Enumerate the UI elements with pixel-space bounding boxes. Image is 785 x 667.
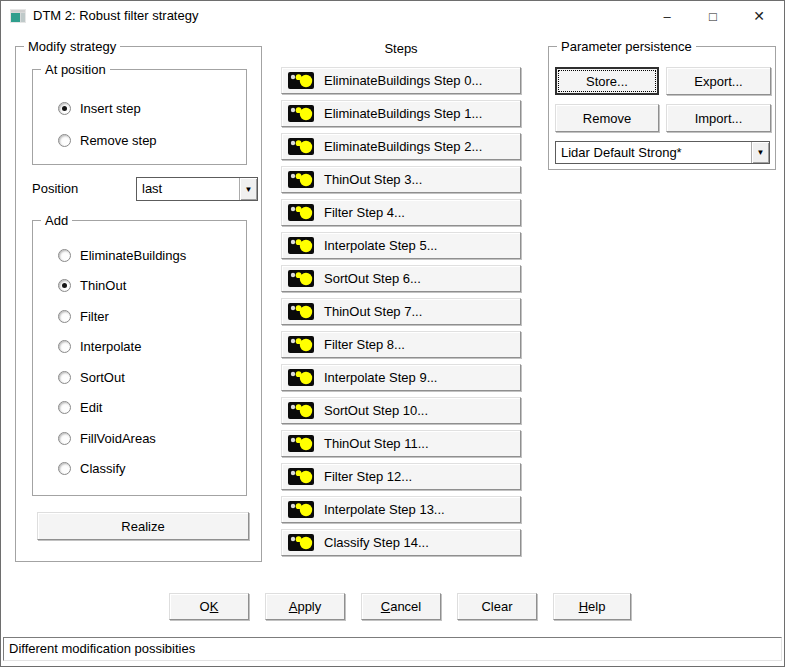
minimize-button[interactable]: –: [644, 1, 690, 31]
step-button[interactable]: Filter Step 4...: [281, 199, 521, 226]
store-button-label: Store...: [558, 70, 656, 92]
step-button[interactable]: ThinOut Step 11...: [281, 430, 521, 457]
step-button[interactable]: EliminateBuildings Step 2...: [281, 133, 521, 160]
clear-button[interactable]: Clear: [457, 593, 537, 620]
position-combobox-value: last: [137, 178, 239, 200]
step-button[interactable]: EliminateBuildings Step 0...: [281, 67, 521, 94]
step-button[interactable]: Filter Step 8...: [281, 331, 521, 358]
remove-button[interactable]: Remove: [555, 104, 659, 132]
position-label: Position: [32, 181, 78, 196]
modify-strategy-label: Modify strategy: [24, 39, 120, 54]
radio-option-label: Filter: [80, 309, 109, 324]
add-options: EliminateBuildings ThinOut Filter Interp…: [58, 245, 186, 479]
step-button[interactable]: SortOut Step 10...: [281, 397, 521, 424]
position-combobox[interactable]: last ▼: [136, 177, 258, 201]
step-button-label: Filter Step 4...: [324, 205, 405, 220]
add-label: Add: [41, 213, 72, 228]
at-position-options: Insert step Remove step: [58, 98, 157, 150]
add-radio-option[interactable]: Edit: [58, 398, 186, 418]
ok-button[interactable]: OK: [169, 593, 249, 620]
footer-buttons: OK Apply Cancel Clear Help: [169, 593, 631, 620]
strategy-step-icon: [288, 105, 314, 122]
radio-option-label: Interpolate: [80, 339, 141, 354]
add-radio-option[interactable]: ThinOut: [58, 276, 186, 296]
at-position-label: At position: [41, 62, 110, 77]
step-button[interactable]: EliminateBuildings Step 1...: [281, 100, 521, 127]
modify-strategy-group: Modify strategy At position Insert step …: [15, 46, 262, 562]
step-button[interactable]: ThinOut Step 3...: [281, 166, 521, 193]
step-button-label: SortOut Step 6...: [324, 271, 421, 286]
strategy-step-icon: [288, 237, 314, 254]
add-radio-option[interactable]: SortOut: [58, 367, 186, 387]
add-radio-option[interactable]: Interpolate: [58, 337, 186, 357]
add-group: Add EliminateBuildings ThinOut Filter In…: [32, 220, 247, 496]
add-radio-option[interactable]: EliminateBuildings: [58, 245, 186, 265]
strategy-step-icon: [288, 468, 314, 485]
radio-icon: [58, 279, 71, 292]
step-button[interactable]: ThinOut Step 7...: [281, 298, 521, 325]
cancel-button[interactable]: Cancel: [361, 593, 441, 620]
steps-list: EliminateBuildings Step 0... EliminateBu…: [281, 67, 521, 556]
help-button[interactable]: Help: [553, 593, 631, 620]
title-bar: DTM 2: Robust filter strategy – □ ✕: [1, 1, 784, 31]
step-button[interactable]: Classify Step 14...: [281, 529, 521, 556]
step-button[interactable]: Interpolate Step 5...: [281, 232, 521, 259]
step-button[interactable]: SortOut Step 6...: [281, 265, 521, 292]
parameter-persistence-group: Parameter persistence Store... Export...…: [548, 46, 776, 170]
step-button-label: ThinOut Step 11...: [324, 436, 429, 451]
add-radio-option[interactable]: FillVoidAreas: [58, 428, 186, 448]
parameter-persistence-label: Parameter persistence: [557, 39, 696, 54]
step-button-label: ThinOut Step 3...: [324, 172, 422, 187]
chevron-down-icon[interactable]: ▼: [239, 178, 257, 200]
step-button-label: Interpolate Step 9...: [324, 370, 437, 385]
strategy-step-icon: [288, 138, 314, 155]
at-position-radio-option[interactable]: Remove step: [58, 130, 157, 150]
at-position-radio-option[interactable]: Insert step: [58, 98, 157, 118]
radio-option-label: Classify: [80, 461, 126, 476]
radio-icon: [58, 462, 71, 475]
step-button-label: Interpolate Step 13...: [324, 502, 445, 517]
strategy-step-icon: [288, 501, 314, 518]
status-bar: Different modification possibities: [3, 637, 782, 661]
radio-icon: [58, 340, 71, 353]
step-button[interactable]: Interpolate Step 9...: [281, 364, 521, 391]
app-icon: [10, 9, 26, 23]
add-radio-option[interactable]: Classify: [58, 459, 186, 479]
step-button-label: SortOut Step 10...: [324, 403, 428, 418]
radio-icon: [58, 134, 71, 147]
at-position-group: At position Insert step Remove step: [32, 69, 247, 165]
strategy-step-icon: [288, 270, 314, 287]
step-button[interactable]: Filter Step 12...: [281, 463, 521, 490]
radio-option-label: FillVoidAreas: [80, 431, 156, 446]
radio-icon: [58, 401, 71, 414]
step-button-label: Filter Step 12...: [324, 469, 412, 484]
strategy-step-icon: [288, 72, 314, 89]
window-title: DTM 2: Robust filter strategy: [33, 8, 198, 23]
radio-icon: [58, 310, 71, 323]
dialog-window: DTM 2: Robust filter strategy – □ ✕ Modi…: [0, 0, 785, 667]
add-radio-option[interactable]: Filter: [58, 306, 186, 326]
step-button[interactable]: Interpolate Step 13...: [281, 496, 521, 523]
radio-option-label: Insert step: [80, 101, 141, 116]
radio-icon: [58, 249, 71, 262]
strategy-step-icon: [288, 369, 314, 386]
strategy-step-icon: [288, 303, 314, 320]
close-button[interactable]: ✕: [736, 1, 782, 31]
apply-button[interactable]: Apply: [265, 593, 345, 620]
strategy-step-icon: [288, 171, 314, 188]
step-button-label: Classify Step 14...: [324, 535, 429, 550]
store-button[interactable]: Store...: [555, 67, 659, 95]
strategy-step-icon: [288, 534, 314, 551]
import-button[interactable]: Import...: [666, 104, 771, 132]
preset-combobox[interactable]: Lidar Default Strong* ▼: [555, 141, 770, 164]
export-button[interactable]: Export...: [666, 67, 771, 95]
maximize-button[interactable]: □: [690, 1, 736, 31]
step-button-label: EliminateBuildings Step 0...: [324, 73, 482, 88]
radio-icon: [58, 371, 71, 384]
radio-icon: [58, 432, 71, 445]
chevron-down-icon[interactable]: ▼: [751, 142, 769, 163]
step-button-label: Filter Step 8...: [324, 337, 405, 352]
radio-option-label: Remove step: [80, 133, 157, 148]
realize-button[interactable]: Realize: [37, 512, 249, 540]
strategy-step-icon: [288, 336, 314, 353]
